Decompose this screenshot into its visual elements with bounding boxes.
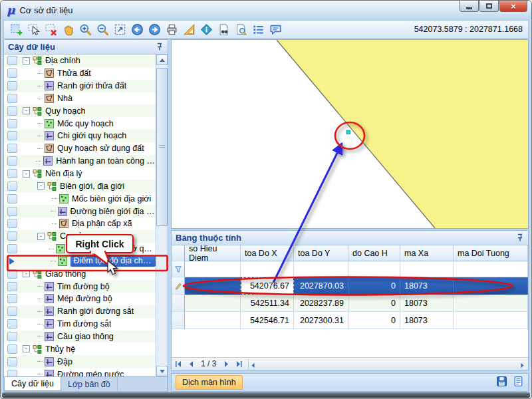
row-selector-box[interactable] [7,207,17,216]
table-cell[interactable]: 542076.67 [241,277,294,295]
row-selector-box[interactable] [7,344,17,354]
row-selector-box[interactable] [7,294,17,303]
tree-item[interactable]: Đập [4,355,156,368]
tree-row-marker[interactable] [4,142,20,155]
row-selector-box[interactable] [7,357,17,366]
tree-item[interactable]: Nhà [4,92,156,105]
collapse-node-icon[interactable]: - [23,345,30,352]
row-selector-box[interactable] [7,307,17,316]
tree-row-marker[interactable] [4,117,20,130]
row-selector-box[interactable] [7,319,17,329]
tree-item-label[interactable]: Biên giới, địa giới [60,182,124,191]
row-selector-box[interactable] [7,231,17,241]
select-remove-icon[interactable] [42,21,59,37]
table-cell[interactable] [185,277,241,295]
tree-item-label[interactable]: Địa phận cấp xã [72,219,132,228]
row-selector-box[interactable] [7,56,17,65]
scrollbar-thumb[interactable] [156,68,168,226]
row-indicator[interactable] [172,312,185,329]
tree-row-marker[interactable] [4,305,20,318]
table-row[interactable]: 542546.712027300.31018073 [172,312,528,329]
filter-cell[interactable] [454,261,528,277]
tree-row-marker[interactable] [4,280,20,293]
tree-item-label[interactable]: Điểm tọa độ cơ sở quốc ... [68,244,156,253]
first-page-icon[interactable] [173,359,185,369]
collapse-node-icon[interactable]: - [37,233,45,240]
row-selector-box[interactable] [7,169,17,178]
tree-item[interactable]: Địa phận cấp xã [4,217,156,230]
row-selector-box[interactable] [7,106,17,116]
tree-item[interactable]: -Biên giới, địa giới [4,180,156,192]
table-cell[interactable] [454,312,528,329]
tree-item[interactable]: Tim đường sắt [4,318,156,331]
tree-item-label[interactable]: Mốc biên giới địa giới [72,194,151,203]
tree-row-marker[interactable] [4,180,20,192]
tree-item[interactable]: Quy hoạch sử dụng đất [4,142,156,155]
table-cell[interactable]: 18073 [400,312,454,329]
next-page-icon[interactable] [220,359,232,369]
document-preview-icon[interactable] [232,21,249,37]
tree-item-label[interactable]: Tim đường sắt [57,319,111,329]
zoom-out-icon[interactable] [94,21,111,37]
tree-item-label[interactable]: Tim đường bộ [57,282,110,291]
collapse-node-icon[interactable]: - [23,270,30,277]
tree-item[interactable]: Cầu giao thông [4,331,156,343]
filter-cell[interactable] [348,261,400,277]
scroll-left-icon[interactable] [250,361,256,370]
tree-item-label[interactable]: Nền địa lý [45,169,82,178]
table-cell[interactable]: 0 [348,277,400,295]
filter-cell[interactable] [294,261,348,277]
table-cell[interactable]: 0 [348,312,400,329]
tree-item[interactable]: Đường biên giới địa giới [4,205,156,217]
zoom-in-icon[interactable] [76,21,94,37]
row-indicator[interactable] [172,295,185,312]
tree-item[interactable]: Điểm tọa độ địa chính [4,255,156,268]
column-header[interactable]: ma Doi Tuong [454,245,528,261]
tree-item[interactable]: Mốc biên giới địa giới [4,192,156,205]
row-selector-box[interactable] [7,194,17,203]
table-cell[interactable]: 0 [348,295,400,312]
collapse-node-icon[interactable]: - [23,170,30,178]
tree-item-label[interactable]: Quy hoạch sử dụng đất [57,144,144,153]
tree-row-marker[interactable] [4,192,20,205]
tree-item[interactable]: -Cơ sở [4,230,156,243]
tree-row-marker[interactable] [4,318,20,331]
select-pointer-icon[interactable] [25,21,42,37]
tree-row-marker[interactable] [4,155,20,168]
pin-icon[interactable] [156,43,164,51]
horizontal-scrollbar[interactable] [248,359,527,369]
row-selector-box[interactable] [7,282,17,291]
row-selector-box[interactable] [7,119,17,128]
tree-row-marker[interactable] [4,293,20,305]
find-in-document-icon[interactable] [215,21,232,37]
column-header[interactable]: so Hieu Diem [185,245,241,261]
tree-row-marker[interactable] [4,355,20,368]
table-cell[interactable] [185,312,241,329]
tree-item-label[interactable]: Ranh giới đường sắt [57,307,134,316]
row-selector-box[interactable] [7,219,17,228]
tree-row-marker[interactable] [4,267,20,280]
tree-item-label[interactable]: Giao thông [45,269,86,279]
table-cell[interactable] [185,295,241,312]
tree-row-marker[interactable] [4,205,20,217]
tree-row-marker[interactable] [4,55,20,67]
row-selector-box[interactable] [7,156,17,166]
filter-cell[interactable] [400,261,454,277]
tree-row-marker[interactable] [4,230,20,243]
tree-item-label[interactable]: Thủy hệ [45,344,75,354]
collapse-node-icon[interactable]: - [37,182,45,190]
row-selector-box[interactable] [7,68,17,78]
tree-item-label[interactable]: Điểm tọa độ địa chính [70,255,156,267]
comment-icon[interactable] [267,21,284,37]
column-header[interactable]: toa Do X [241,245,294,261]
column-header[interactable]: toa Do Y [294,245,348,261]
close-button[interactable]: × [499,1,527,12]
tree-row-marker[interactable] [4,217,20,230]
row-selector-box[interactable] [7,332,17,341]
tree-item-label[interactable]: Chi giới quy hoạch [57,131,126,140]
tree-row-marker[interactable] [4,243,20,255]
pan-hand-icon[interactable] [59,21,76,37]
measure-icon[interactable] [180,21,198,37]
tree-scrollbar[interactable] [156,55,168,376]
tree-item[interactable]: -Quy hoạch [4,104,156,117]
